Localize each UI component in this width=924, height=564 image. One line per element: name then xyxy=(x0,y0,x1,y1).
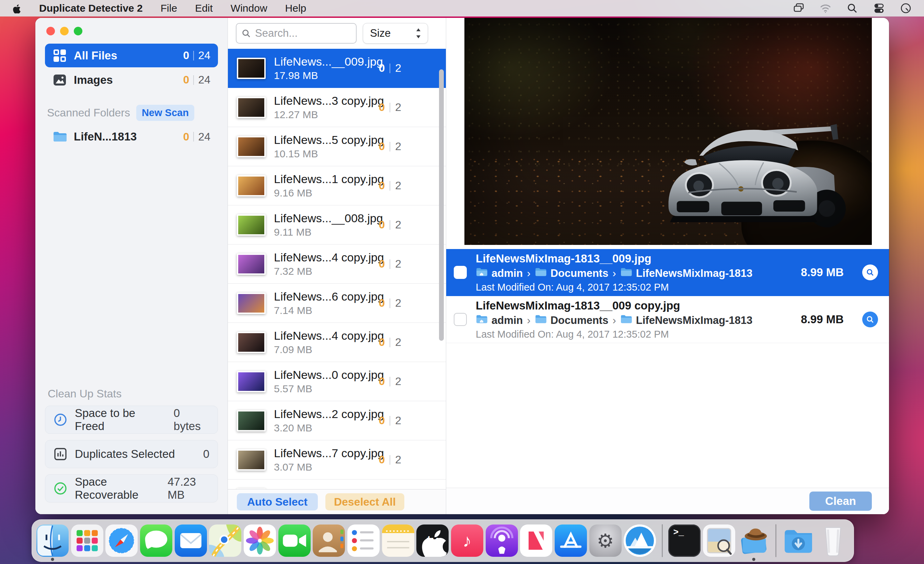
file-row[interactable]: LifeNews...2 copy.jpg 3.20 MB 0 2 xyxy=(228,401,446,440)
minimize-button[interactable] xyxy=(60,27,69,35)
path-segment[interactable]: admin xyxy=(492,267,523,280)
dock-launchpad-icon[interactable] xyxy=(71,525,104,557)
dock-news-icon[interactable] xyxy=(520,525,552,557)
file-row[interactable]: LifeNews...__008.jpg 9.11 MB 0 2 xyxy=(228,205,446,245)
dock-divider xyxy=(776,524,776,557)
apple-menu-icon[interactable] xyxy=(11,3,21,14)
preview-magnifier-button[interactable] xyxy=(862,265,878,280)
stats-title: Clean Up Stats xyxy=(48,388,228,400)
select-checkbox[interactable] xyxy=(454,313,467,326)
dock-finder-icon[interactable] xyxy=(36,525,69,557)
scrollbar[interactable] xyxy=(439,69,444,341)
dock-file-organizer-icon[interactable] xyxy=(738,525,770,557)
dock-appstore-icon[interactable] xyxy=(555,525,587,557)
app-window: All Files 0 24 Images 0 24 Scanned Folde… xyxy=(35,18,889,514)
dock-trash-icon[interactable] xyxy=(817,525,849,557)
menu-item-window[interactable]: Window xyxy=(231,2,267,14)
dock-music-icon[interactable]: ♪ xyxy=(451,525,483,557)
path-segment[interactable]: Documents xyxy=(550,314,609,326)
zoom-button[interactable] xyxy=(74,27,82,35)
desktop: Duplicate Detective 2 FileEditWindowHelp… xyxy=(0,0,924,564)
menu-bar: Duplicate Detective 2 FileEditWindowHelp xyxy=(0,0,924,17)
file-thumbnail xyxy=(237,58,266,79)
sort-select[interactable]: Size xyxy=(363,23,428,44)
dock-mail-icon[interactable] xyxy=(175,525,207,557)
file-row[interactable]: LifeNews...0 copy.jpg 5.57 MB 0 2 xyxy=(228,362,446,401)
file-row[interactable]: LifeNews...6 copy.jpg 7.14 MB 0 2 xyxy=(228,284,446,323)
menu-item-file[interactable]: File xyxy=(160,2,177,14)
dock-appletv-icon[interactable]: tv xyxy=(416,525,448,557)
duplicate-row[interactable]: LifeNewsMixImag-1813__009 copy.jpg admin… xyxy=(446,296,889,343)
file-row[interactable]: LifeNews...7 copy.jpg 3.07 MB 0 2 xyxy=(228,440,446,480)
path-segment[interactable]: admin xyxy=(492,314,523,326)
dock-photos-icon[interactable] xyxy=(244,525,276,557)
breadcrumb: admin›Documents›LifeNewsMixImag-1813 xyxy=(476,314,792,326)
duplicate-row[interactable]: LifeNewsMixImag-1813__009.jpg admin›Docu… xyxy=(446,249,889,296)
file-thumbnail xyxy=(237,97,266,118)
file-thumbnail xyxy=(237,293,266,314)
clean-button[interactable]: Clean xyxy=(809,492,872,511)
magnifier-icon xyxy=(866,268,874,277)
stat-card: Space Recoverable 47.23 MB xyxy=(45,474,218,502)
dock-notes-icon[interactable] xyxy=(382,525,414,557)
sidebar-item-all-files[interactable]: All Files 0 24 xyxy=(45,44,218,67)
bar-chart-icon xyxy=(54,447,67,461)
folder-icon xyxy=(52,129,67,144)
menu-item-help[interactable]: Help xyxy=(285,2,306,14)
search-icon xyxy=(241,29,251,38)
stat-card: Duplicates Selected 0 xyxy=(45,440,218,468)
window-switcher-icon[interactable] xyxy=(793,2,804,14)
dock-podcasts-icon[interactable] xyxy=(486,525,518,557)
dock-safari-icon[interactable] xyxy=(105,525,138,557)
folder-icon xyxy=(620,314,632,326)
dock-terminal-icon[interactable]: >_ xyxy=(668,525,700,557)
dock-system-preferences-icon[interactable]: ⚙ xyxy=(590,525,622,557)
deselect-all-button[interactable]: Deselect All xyxy=(326,493,404,510)
dock-duplicate-detective-icon[interactable] xyxy=(624,525,656,557)
preview-magnifier-button[interactable] xyxy=(862,311,878,327)
running-indicator xyxy=(752,558,755,561)
file-row[interactable]: LifeNews...3 copy.jpg 0 2 xyxy=(228,480,446,489)
file-row[interactable]: LifeNews...3 copy.jpg 12.27 MB 0 2 xyxy=(228,88,446,127)
close-button[interactable] xyxy=(46,27,55,35)
detail-footer: Clean xyxy=(446,488,889,514)
dock-downloads-icon[interactable] xyxy=(782,525,814,557)
dock-preview-icon[interactable] xyxy=(703,525,735,557)
select-checkbox[interactable] xyxy=(454,266,467,279)
auto-select-button[interactable]: Auto Select xyxy=(237,493,318,510)
spotlight-search-icon[interactable] xyxy=(846,2,858,14)
dock-maps-icon[interactable] xyxy=(209,525,241,557)
control-center-icon[interactable] xyxy=(873,2,885,14)
file-list: LifeNews...__009.jpg 17.98 MB 0 2 LifeNe… xyxy=(228,49,446,489)
path-segment[interactable]: LifeNewsMixImag-1813 xyxy=(636,267,752,280)
search-input[interactable] xyxy=(236,23,357,44)
file-thumbnail xyxy=(237,449,266,471)
file-thumbnail xyxy=(237,410,266,432)
sidebar-folder-item[interactable]: LifeN...1813 0 24 xyxy=(45,126,218,148)
wifi-icon[interactable] xyxy=(820,2,831,14)
dock: tv♪⚙>_ xyxy=(32,519,854,562)
preview-image xyxy=(464,18,872,245)
sort-select-label: Size xyxy=(370,27,391,39)
file-row[interactable]: LifeNews...4 copy.jpg 7.32 MB 0 2 xyxy=(228,245,446,284)
menu-item-edit[interactable]: Edit xyxy=(195,2,213,14)
dock-reminders-icon[interactable] xyxy=(347,525,380,557)
path-segment[interactable]: Documents xyxy=(550,267,609,280)
file-row[interactable]: LifeNews...5 copy.jpg 10.15 MB 0 2 xyxy=(228,127,446,166)
file-row[interactable]: LifeNews...__009.jpg 17.98 MB 0 2 xyxy=(228,49,446,88)
list-footer: Auto Select Deselect All xyxy=(228,489,446,514)
folder-icon xyxy=(535,314,546,326)
dock-contacts-icon[interactable] xyxy=(313,525,345,557)
file-row[interactable]: LifeNews...4 copy.jpg 7.09 MB 0 2 xyxy=(228,323,446,362)
path-segment[interactable]: LifeNewsMixImag-1813 xyxy=(636,314,752,326)
dock-messages-icon[interactable] xyxy=(140,525,172,557)
car-photo-subject xyxy=(644,86,848,236)
new-scan-button[interactable]: New Scan xyxy=(136,105,194,121)
clock-icon[interactable] xyxy=(900,2,912,14)
dock-facetime-icon[interactable] xyxy=(278,525,310,557)
app-menu-title[interactable]: Duplicate Detective 2 xyxy=(39,2,143,14)
sidebar-item-images[interactable]: Images 0 24 xyxy=(45,68,218,92)
file-thumbnail xyxy=(237,136,266,157)
breadcrumb: admin›Documents›LifeNewsMixImag-1813 xyxy=(476,267,792,280)
file-row[interactable]: LifeNews...1 copy.jpg 9.16 MB 0 2 xyxy=(228,166,446,205)
